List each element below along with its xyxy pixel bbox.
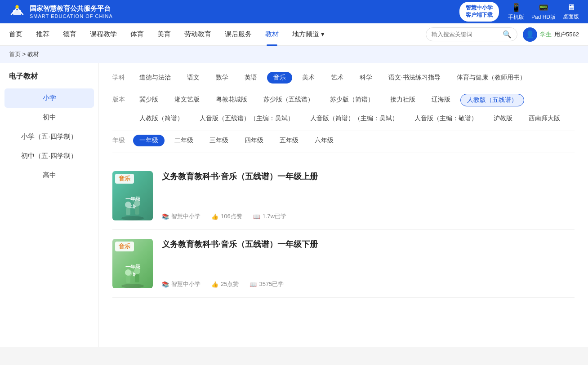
user-area: 👤 学生 用户5562 [523, 27, 579, 42]
avatar: 👤 [523, 27, 537, 42]
svg-point-6 [134, 200, 140, 207]
top-bar: 国家智慧教育公共服务平台 SMART EDUCATION OF CHINA 智慧… [0, 0, 588, 23]
search-box[interactable]: 🔍 [426, 27, 517, 41]
filter-edition2-renyin-simple-wu[interactable]: 人音版（简谱）（主编：吴斌） [304, 113, 405, 124]
svg-rect-1 [13, 10, 21, 15]
book-item-1[interactable]: 音乐 一年级上册 义务教育教科书·音乐（五线谱）一年级上册 [112, 162, 575, 230]
breadcrumb: 首页 > 教材 [0, 46, 588, 63]
filter-edition2-renjiao-simple[interactable]: 人教版（简谱） [133, 113, 190, 124]
content-area: 学科 道德与法治 语文 数学 英语 音乐 美术 艺术 科学 语文·书法练习指导 … [99, 63, 588, 347]
nav-textbook[interactable]: 教材 [265, 23, 279, 46]
sidebar-item-primary-54[interactable]: 小学（五·四学制） [0, 127, 98, 146]
filter-subject-english[interactable]: 英语 [238, 72, 263, 84]
filter-edition-yuejiao[interactable]: 粤教花城版 [209, 94, 254, 106]
subject-filter-label: 学科 [112, 72, 129, 82]
search-input[interactable] [432, 31, 499, 38]
breadcrumb-separator: > [22, 51, 27, 57]
nav-moral[interactable]: 德育 [63, 23, 76, 46]
book-platform-1: 📚 智慧中小学 [162, 212, 200, 220]
filter-grade-5[interactable]: 五年级 [273, 135, 305, 146]
nav-arts[interactable]: 美育 [157, 23, 171, 46]
book-likes-1: 👍 106点赞 [211, 212, 242, 220]
sidebar-item-middle[interactable]: 初中 [0, 108, 98, 127]
cover-label-2: 音乐 [115, 242, 134, 251]
filter-subject-arts[interactable]: 艺术 [325, 72, 350, 84]
filter-grade-4[interactable]: 四年级 [238, 135, 270, 146]
filter-edition-jishao[interactable]: 冀少版 [133, 94, 165, 106]
svg-rect-12 [135, 274, 139, 282]
filter-subject-pe-teacher[interactable]: 体育与健康（教师用书） [450, 72, 532, 84]
filter-subject-math[interactable]: 数学 [209, 72, 235, 84]
download-button[interactable]: 智慧中小学客户端下载 [459, 2, 499, 21]
filter-grade-3[interactable]: 三年级 [203, 135, 235, 146]
user-role: 学生 [540, 31, 552, 39]
top-bar-title: 国家智慧教育公共服务平台 SMART EDUCATION OF CHINA [30, 4, 113, 19]
pad-option[interactable]: 📟 Pad HD版 [531, 3, 556, 21]
filter-edition-sushao-five[interactable]: 苏少版（五线谱） [257, 94, 320, 106]
book-learners-2: 📖 3575已学 [249, 280, 284, 288]
book-title-1[interactable]: 义务教育教科书·音乐（五线谱）一年级上册 [162, 171, 575, 182]
filter-edition2-xinan[interactable]: 西南师大版 [522, 113, 566, 124]
filter-subject-science[interactable]: 科学 [353, 72, 379, 84]
avatar-icon: 👤 [526, 30, 535, 39]
nav-local[interactable]: 地方频道 ▾ [292, 23, 325, 46]
sidebar-item-high[interactable]: 高中 [0, 166, 98, 185]
platform-icon-1: 📚 [162, 213, 169, 220]
book-info-1: 义务教育教科书·音乐（五线谱）一年级上册 📚 智慧中小学 👍 106点赞 📖 [162, 171, 575, 220]
filter-subject-art[interactable]: 美术 [296, 72, 321, 84]
book-info-2: 义务教育教科书·音乐（五线谱）一年级下册 📚 智慧中小学 👍 25点赞 📖 [162, 239, 575, 288]
filter-grade-1[interactable]: 一年级 [133, 135, 165, 146]
cover-label-1: 音乐 [115, 174, 134, 184]
nav-after-school[interactable]: 课后服务 [225, 23, 252, 46]
sidebar-item-middle-54[interactable]: 初中（五·四学制） [0, 146, 98, 166]
filter-grade-2[interactable]: 二年级 [168, 135, 200, 146]
nav-recommend[interactable]: 推荐 [36, 23, 49, 46]
edition2-filter-options: 人教版（简谱） 人音版（五线谱）（主编：吴斌） 人音版（简谱）（主编：吴斌） 人… [133, 113, 566, 124]
filter-subject-calligraphy[interactable]: 语文·书法练习指导 [382, 72, 447, 84]
nav-right: 🔍 👤 学生 用户5562 [426, 27, 579, 42]
filter-edition2-renyin-five-wu[interactable]: 人音版（五线谱）（主编：吴斌） [193, 113, 300, 124]
filter-edition-renjiao-five[interactable]: 人教版（五线谱） [460, 94, 524, 106]
book-title-2[interactable]: 义务教育教科书·音乐（五线谱）一年级下册 [162, 239, 575, 250]
subject-filter-options: 道德与法治 语文 数学 英语 音乐 美术 艺术 科学 语文·书法练习指导 体育与… [133, 72, 532, 84]
filter-edition-xiangwenyi[interactable]: 湘文艺版 [168, 94, 206, 106]
filter-subject-moral[interactable]: 道德与法治 [133, 72, 177, 84]
filter-subject-music[interactable]: 音乐 [267, 72, 292, 84]
edition2-filter-label [112, 113, 129, 114]
breadcrumb-home[interactable]: 首页 [9, 51, 21, 57]
edition-filter-row: 版本 冀少版 湘文艺版 粤教花城版 苏少版（五线谱） 苏少版（简谱） 接力社版 … [112, 94, 575, 106]
edition-filter-options: 冀少版 湘文艺版 粤教花城版 苏少版（五线谱） 苏少版（简谱） 接力社版 辽海版… [133, 94, 524, 106]
svg-rect-5 [126, 208, 130, 215]
edition-filter-label: 版本 [112, 94, 129, 104]
filter-edition2-hu[interactable]: 沪教版 [487, 113, 519, 124]
learner-icon-1: 📖 [253, 213, 260, 220]
svg-rect-10 [126, 276, 130, 283]
pad-icon: 📟 [539, 3, 548, 13]
sidebar-item-primary[interactable]: 小学 [4, 88, 94, 108]
nav-curriculum[interactable]: 课程教学 [90, 23, 117, 46]
main-layout: 电子教材 小学 初中 小学（五·四学制） 初中（五·四学制） 高中 学科 道德与… [0, 63, 588, 347]
filter-edition2-renyin-jing[interactable]: 人音版（主编：敬谱） [408, 113, 484, 124]
top-bar-right: 智慧中小学客户端下载 📱 手机版 📟 Pad HD版 🖥 桌面版 [459, 2, 579, 21]
book-list: 音乐 一年级上册 义务教育教科书·音乐（五线谱）一年级上册 [112, 162, 575, 298]
book-platform-2: 📚 智慧中小学 [162, 280, 200, 288]
book-item-2[interactable]: 音乐 一年级下册 义务教育教科书·音乐（五线谱）一年级下册 [112, 230, 575, 298]
filter-grade-6[interactable]: 六年级 [308, 135, 340, 146]
nav-labor[interactable]: 劳动教育 [184, 23, 211, 46]
book-meta-1: 📚 智慧中小学 👍 106点赞 📖 1.7w已学 [162, 212, 575, 220]
filter-edition-jieli[interactable]: 接力社版 [384, 94, 422, 106]
like-icon-2: 👍 [211, 281, 218, 288]
svg-point-9 [125, 269, 131, 276]
nav-pe[interactable]: 体育 [130, 23, 144, 46]
search-icon[interactable]: 🔍 [503, 30, 512, 39]
nav-home[interactable]: 首页 [9, 23, 22, 46]
filter-subject-chinese[interactable]: 语文 [181, 72, 206, 84]
filter-edition-liaohai[interactable]: 辽海版 [425, 94, 457, 106]
top-bar-left: 国家智慧教育公共服务平台 SMART EDUCATION OF CHINA [9, 4, 113, 20]
sidebar: 电子教材 小学 初中 小学（五·四学制） 初中（五·四学制） 高中 [0, 63, 99, 347]
mobile-option[interactable]: 📱 手机版 [508, 3, 524, 21]
device-options: 📱 手机版 📟 Pad HD版 🖥 桌面版 [508, 3, 579, 21]
desktop-option[interactable]: 🖥 桌面版 [563, 3, 579, 21]
learner-icon-2: 📖 [249, 281, 257, 288]
filter-edition-sushao-simple[interactable]: 苏少版（简谱） [324, 94, 380, 106]
